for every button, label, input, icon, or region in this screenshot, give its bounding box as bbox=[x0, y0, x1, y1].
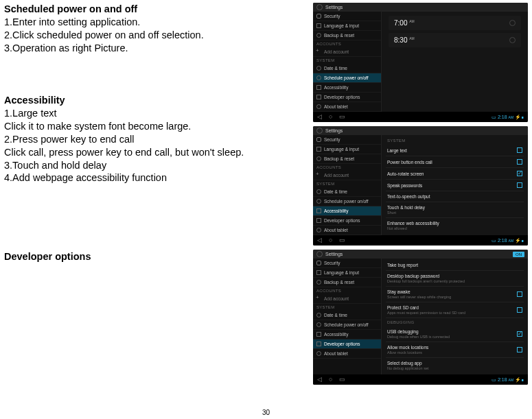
status-clock: ▭ 2:18 AM ⚡∎ bbox=[491, 377, 524, 383]
row-stay-awake[interactable]: Stay awakeScreen will never sleep while … bbox=[386, 287, 524, 302]
screenshot-accessibility: Settings Security Language & input Backu… bbox=[313, 126, 528, 246]
row-auto-rotate[interactable]: Auto-rotate screen bbox=[386, 168, 524, 180]
sidebar-item-add-account[interactable]: Add account bbox=[313, 294, 381, 304]
sidebar-item-date-time[interactable]: Date & time bbox=[313, 311, 381, 320]
body-line: 2.Press power key to end call bbox=[4, 133, 308, 146]
hand-icon bbox=[316, 208, 321, 213]
info-icon bbox=[316, 104, 321, 109]
checkbox-icon[interactable] bbox=[517, 291, 522, 297]
sidebar-item-backup[interactable]: Backup & reset bbox=[313, 278, 381, 287]
sidebar-item-security[interactable]: Security bbox=[313, 259, 381, 268]
plus-icon bbox=[316, 296, 321, 301]
sidebar-item-schedule-power[interactable]: Schedule power on/off bbox=[313, 197, 381, 206]
recents-icon[interactable]: ▭ bbox=[339, 114, 345, 120]
settings-title: Settings bbox=[325, 252, 343, 256]
sidebar-item-developer[interactable]: Developer options bbox=[313, 339, 381, 349]
body-line: Click call, press power key to end call,… bbox=[4, 146, 308, 159]
braces-icon bbox=[316, 342, 321, 346]
checkbox-icon[interactable] bbox=[517, 182, 522, 188]
system-nav-bar: ◁ ○ ▭ ▭ 2:18 AM ⚡∎ bbox=[313, 112, 528, 122]
detail-section-system: SYSTEM bbox=[386, 136, 524, 145]
recents-icon[interactable]: ▭ bbox=[339, 376, 345, 383]
back-icon[interactable]: ◁ bbox=[317, 237, 322, 243]
recents-icon[interactable]: ▭ bbox=[339, 237, 345, 243]
toggle-icon[interactable] bbox=[509, 37, 516, 43]
sidebar-item-about[interactable]: About tablet bbox=[313, 349, 381, 359]
sidebar-item-accessibility[interactable]: Accessibility bbox=[313, 83, 381, 93]
sidebar-item-about[interactable]: About tablet bbox=[313, 226, 381, 235]
row-touch-hold-delay[interactable]: Touch & hold delayShort bbox=[386, 202, 524, 218]
body-line: 3.Touch and hold delay bbox=[4, 159, 308, 172]
screenshot-schedule-power: Settings Security Language & input Backu… bbox=[313, 3, 528, 122]
settings-header: Settings bbox=[313, 3, 528, 12]
row-backup-password[interactable]: Desktop backup passwordDesktop full back… bbox=[386, 271, 524, 287]
settings-title: Settings bbox=[325, 5, 343, 10]
sidebar-item-date-time[interactable]: Date & time bbox=[313, 187, 381, 197]
detail-pane: 7:00 AM 8:30 AM bbox=[382, 12, 528, 112]
sidebar-item-backup[interactable]: Backup & reset bbox=[313, 154, 381, 164]
sidebar-item-accessibility[interactable]: Accessibility bbox=[313, 330, 381, 339]
row-bug-report[interactable]: Take bug report bbox=[386, 260, 524, 271]
sidebar-item-language[interactable]: Language & input bbox=[313, 21, 381, 31]
shield-icon bbox=[316, 261, 321, 265]
sidebar-item-backup[interactable]: Backup & reset bbox=[313, 31, 381, 40]
sidebar-item-add-account[interactable]: Add account bbox=[313, 47, 381, 57]
system-nav-bar: ◁ ○ ▭ ▭ 2:18 AM ⚡∎ bbox=[313, 374, 528, 385]
sidebar-item-add-account[interactable]: Add account bbox=[313, 171, 381, 180]
row-protect-sd[interactable]: Protect SD cardApps must request permiss… bbox=[386, 302, 524, 318]
checkbox-icon[interactable] bbox=[517, 147, 522, 153]
row-usb-debugging[interactable]: USB debuggingDebug mode when USB is conn… bbox=[386, 326, 524, 342]
checkbox-icon[interactable] bbox=[517, 347, 522, 352]
document-text-column: Scheduled power on and off 1.Enter into … bbox=[4, 3, 313, 385]
plus-icon bbox=[316, 49, 321, 54]
settings-sidebar: Security Language & input Backup & reset… bbox=[313, 259, 382, 374]
back-icon[interactable]: ◁ bbox=[317, 376, 322, 383]
detail-section-debugging: DEBUGGING bbox=[386, 318, 524, 326]
on-toggle[interactable]: ON bbox=[513, 252, 524, 257]
row-select-debug-app[interactable]: Select debug appNo debug application set bbox=[386, 358, 524, 373]
sidebar-item-security[interactable]: Security bbox=[313, 135, 381, 145]
row-tts-output[interactable]: Text-to-speech output bbox=[386, 191, 524, 202]
schedule-off-row[interactable]: 8:30 AM bbox=[389, 33, 521, 47]
settings-title: Settings bbox=[325, 128, 343, 133]
braces-icon bbox=[316, 95, 321, 99]
checkbox-icon[interactable] bbox=[517, 331, 522, 337]
row-speak-passwords[interactable]: Speak passwords bbox=[386, 180, 524, 191]
home-icon[interactable]: ○ bbox=[329, 237, 332, 243]
schedule-on-row[interactable]: 7:00 AM bbox=[389, 16, 521, 30]
section-heading-scheduled-power: Scheduled power on and off bbox=[4, 3, 308, 16]
sidebar-item-date-time[interactable]: Date & time bbox=[313, 64, 381, 73]
section-heading-developer: Developer options bbox=[4, 250, 308, 263]
checkbox-icon[interactable] bbox=[517, 171, 522, 176]
sidebar-item-accessibility[interactable]: Accessibility bbox=[313, 206, 381, 216]
checkbox-icon[interactable] bbox=[517, 307, 522, 313]
checkbox-icon[interactable] bbox=[517, 159, 522, 165]
toggle-icon[interactable] bbox=[509, 20, 516, 26]
backup-icon bbox=[316, 33, 321, 38]
screenshot-developer-options: Settings ON Security Language & input Ba… bbox=[313, 250, 528, 385]
language-icon bbox=[316, 147, 321, 152]
sidebar-item-language[interactable]: Language & input bbox=[313, 145, 381, 154]
sidebar-item-schedule-power[interactable]: Schedule power on/off bbox=[313, 320, 381, 330]
row-enhance-web[interactable]: Enhance web accessibilityNot allowed bbox=[386, 218, 524, 233]
plus-icon bbox=[316, 173, 321, 178]
settings-icon bbox=[316, 4, 323, 10]
hand-icon bbox=[316, 332, 321, 337]
row-large-text[interactable]: Large text bbox=[386, 145, 524, 156]
settings-icon bbox=[316, 128, 323, 134]
sidebar-item-developer[interactable]: Developer options bbox=[313, 216, 381, 226]
backup-icon bbox=[316, 280, 321, 285]
sidebar-item-language[interactable]: Language & input bbox=[313, 268, 381, 278]
sidebar-item-security[interactable]: Security bbox=[313, 12, 381, 21]
home-icon[interactable]: ○ bbox=[329, 376, 332, 383]
clock-icon bbox=[316, 313, 321, 318]
home-icon[interactable]: ○ bbox=[329, 114, 332, 120]
sidebar-item-developer[interactable]: Developer options bbox=[313, 93, 381, 102]
row-power-end-call[interactable]: Power button ends call bbox=[386, 156, 524, 168]
shield-icon bbox=[316, 14, 321, 19]
row-mock-locations[interactable]: Allow mock locationsAllow mock locations bbox=[386, 342, 524, 358]
sidebar-item-about[interactable]: About tablet bbox=[313, 102, 381, 112]
sidebar-item-schedule-power[interactable]: Schedule power on/off bbox=[313, 73, 381, 83]
step-line: 1.Enter into setting application. bbox=[4, 16, 308, 29]
back-icon[interactable]: ◁ bbox=[317, 114, 322, 120]
